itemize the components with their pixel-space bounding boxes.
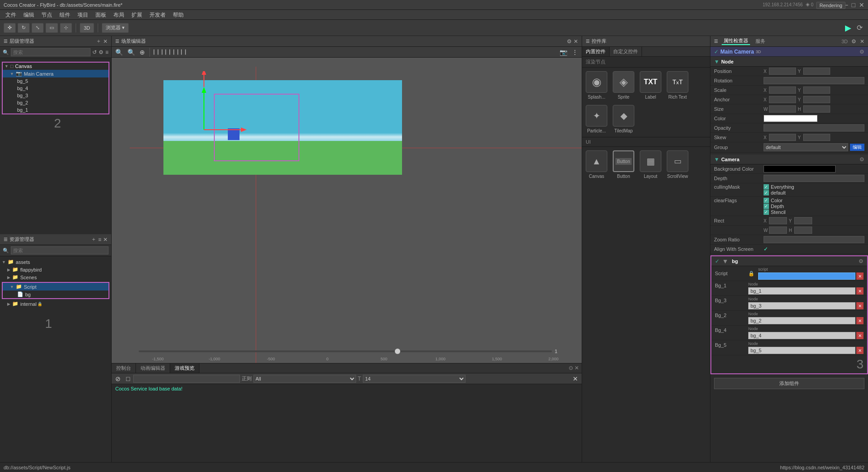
node-input-0[interactable]: [748, 287, 855, 295]
node-input-2[interactable]: [748, 317, 855, 324]
control-label[interactable]: TXT Label: [640, 71, 661, 100]
node-clear-btn-3[interactable]: ✕: [856, 332, 863, 339]
skew-y-input[interactable]: 0: [803, 134, 830, 141]
menu-edit[interactable]: 编辑: [20, 10, 38, 20]
menu-panel[interactable]: 面板: [92, 10, 110, 20]
anchor-x-input[interactable]: 0.5: [769, 96, 796, 103]
bg4-node[interactable]: bg_4: [3, 85, 108, 92]
control-layout[interactable]: ▦ Layout: [640, 150, 661, 179]
menu-help[interactable]: 帮助: [169, 10, 187, 20]
asset-add-btn[interactable]: ＋: [91, 236, 96, 243]
console-close-btn[interactable]: ✕: [571, 374, 580, 383]
tool-rotate[interactable]: ↻: [18, 23, 30, 33]
asset-list-btn[interactable]: ≡: [98, 236, 101, 243]
3d-btn[interactable]: 3D: [80, 23, 94, 33]
tab-animation[interactable]: 动画编辑器: [136, 363, 170, 373]
control-scrollview[interactable]: ▭ ScrollView: [667, 150, 688, 179]
opacity-input[interactable]: 255: [764, 124, 864, 132]
camera-enable-check[interactable]: ✓: [714, 49, 719, 55]
hierarchy-close-btn[interactable]: ✕: [103, 38, 108, 45]
scene-zoom-out-btn[interactable]: 🔍: [126, 48, 137, 57]
node-clear-btn-4[interactable]: ✕: [856, 347, 863, 354]
script-clear-btn[interactable]: ✕: [856, 272, 863, 280]
anchor-y-input[interactable]: 0.5: [803, 96, 830, 103]
console-copy-btn[interactable]: □: [124, 374, 131, 383]
bg1-node[interactable]: bg_1: [3, 106, 108, 113]
console-font-size-select[interactable]: 14: [363, 375, 466, 383]
play-btn[interactable]: ▶: [843, 22, 853, 34]
color-swatch[interactable]: [764, 115, 818, 122]
control-sprite[interactable]: ◈ Sprite: [613, 71, 634, 100]
console-clear-btn[interactable]: ⊘: [113, 374, 122, 383]
canvas-node[interactable]: ▼ □ Canvas: [3, 63, 108, 70]
control-button[interactable]: Button Button: [613, 150, 634, 179]
scene-settings-icon[interactable]: ⚙: [567, 38, 572, 45]
scale-y-input[interactable]: 1: [803, 86, 830, 94]
tab-console[interactable]: 控制台: [112, 363, 136, 373]
control-canvas[interactable]: ▲ Canvas: [586, 150, 607, 179]
scene-zoom-in-btn[interactable]: 🔍: [113, 48, 125, 57]
refresh-btn[interactable]: ⟳: [855, 23, 864, 33]
hierarchy-add-btn[interactable]: ＋: [96, 37, 101, 45]
console-search-input[interactable]: [133, 375, 240, 383]
tool-transform[interactable]: ⊹: [60, 23, 72, 33]
scene-canvas[interactable]: 使用鼠标右键平移视图重点，使用滚轮缩放图 1,000 500 0 -500 -1…: [112, 58, 582, 363]
browser-btn[interactable]: 浏览器 ▾: [102, 23, 129, 33]
group-edit-btn[interactable]: 编辑: [850, 144, 864, 151]
menu-project[interactable]: 项目: [74, 10, 92, 20]
asset-close-btn[interactable]: ✕: [103, 236, 108, 243]
control-tiledmap[interactable]: ◆ TiledMap: [613, 105, 634, 133]
rect-w-input[interactable]: 1: [769, 227, 787, 234]
console-filter-select[interactable]: All: [253, 375, 356, 383]
tab-service[interactable]: 服务: [754, 38, 767, 45]
tab-builtin[interactable]: 内置控件: [582, 47, 610, 56]
tool-scale[interactable]: ⤡: [32, 23, 44, 33]
rect-y-input[interactable]: 0: [794, 217, 812, 224]
scene-camera-btn[interactable]: 📷: [558, 48, 569, 57]
mask-everything-check[interactable]: ✓: [764, 184, 769, 190]
rect-h-input[interactable]: 1: [794, 227, 812, 234]
rotation-input[interactable]: 0: [764, 77, 864, 84]
size-w-input[interactable]: 0: [769, 105, 796, 113]
bg-collapse-arrow[interactable]: ▼: [722, 258, 728, 265]
node-clear-btn-1[interactable]: ✕: [856, 302, 863, 309]
clear-stencil-check[interactable]: ✓: [764, 209, 769, 215]
flappybird-item[interactable]: ▶ 📁 flappybird: [0, 266, 111, 273]
menu-layout[interactable]: 布局: [110, 10, 128, 20]
menu-node[interactable]: 节点: [38, 10, 56, 20]
main-camera-node[interactable]: ▼ 📷 Main Camera: [3, 70, 108, 77]
rendering-btn[interactable]: Rendering: [816, 2, 845, 9]
bg-enable-check[interactable]: ✓: [715, 258, 719, 264]
node-clear-btn-0[interactable]: ✕: [856, 287, 863, 295]
depth-input[interactable]: -1: [764, 175, 864, 182]
node-input-3[interactable]: [748, 332, 855, 339]
internal-item[interactable]: ▶ 📁 internal 🔒: [0, 300, 111, 308]
add-component-btn[interactable]: 添加组件: [714, 378, 864, 389]
scene-close-icon[interactable]: ✕: [574, 38, 578, 45]
skew-x-input[interactable]: 0: [769, 134, 796, 141]
menu-component[interactable]: 组件: [56, 10, 74, 20]
mask-default-check[interactable]: ✓: [764, 190, 769, 195]
search-settings-icon[interactable]: ⚙: [99, 49, 104, 55]
script-item[interactable]: ▼ 📁 Script: [3, 283, 108, 290]
bottom-tab-close[interactable]: ⊙ ✕: [566, 363, 582, 373]
script-value-input[interactable]: bg: [758, 272, 855, 280]
bg3-node[interactable]: bg_3: [3, 92, 108, 99]
menu-file[interactable]: 文件: [2, 10, 20, 20]
bg-gear-icon[interactable]: ⚙: [859, 258, 863, 264]
tab-game-preview[interactable]: 游戏预览: [170, 363, 199, 373]
hierarchy-search-input[interactable]: [11, 48, 90, 56]
control-particle[interactable]: ✦ Particle...: [586, 105, 607, 133]
control-splash[interactable]: ◉ Splash...: [586, 71, 607, 100]
node-input-1[interactable]: [748, 302, 855, 309]
bg-color-swatch[interactable]: [764, 165, 836, 172]
node-clear-btn-2[interactable]: ✕: [856, 317, 863, 324]
group-select[interactable]: default: [764, 143, 848, 151]
inspector-settings-icon[interactable]: ⚙: [851, 38, 856, 45]
asset-search-input[interactable]: [11, 246, 108, 254]
search-filter-icon[interactable]: ≡: [105, 49, 108, 55]
bg2-node[interactable]: bg_2: [3, 99, 108, 106]
menu-dev[interactable]: 开发者: [146, 10, 169, 20]
tab-inspector[interactable]: 属性检查器: [722, 37, 750, 45]
control-richtext[interactable]: TxT Rich Text: [667, 71, 688, 100]
